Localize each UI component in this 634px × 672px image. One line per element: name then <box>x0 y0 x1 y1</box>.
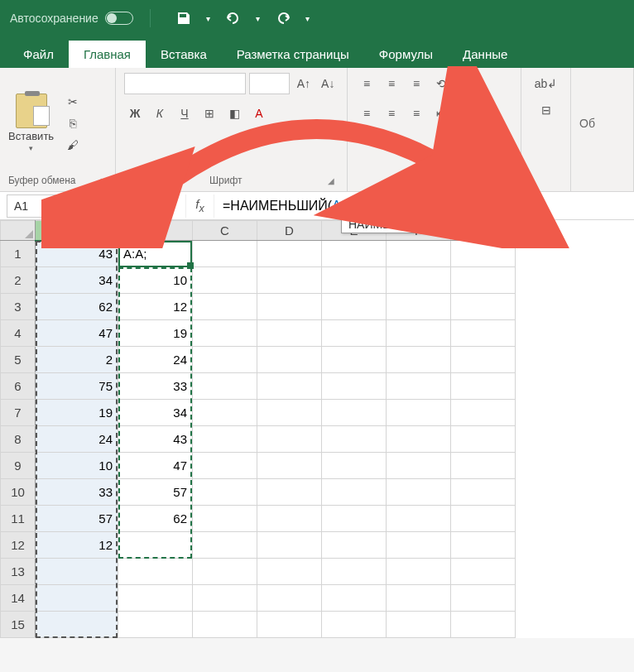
cell[interactable] <box>193 585 257 612</box>
tab-formulas[interactable]: Формулы <box>364 41 448 68</box>
cell[interactable] <box>118 612 193 638</box>
cell[interactable] <box>451 532 516 559</box>
cell[interactable] <box>387 506 451 532</box>
row-header[interactable]: 14 <box>1 585 36 612</box>
paste-button[interactable]: Вставить ▾ <box>8 94 54 152</box>
cell[interactable] <box>257 479 322 506</box>
cell[interactable] <box>451 612 516 638</box>
cell[interactable] <box>387 267 451 294</box>
cell[interactable]: 2 <box>36 347 118 373</box>
cell[interactable] <box>322 400 387 426</box>
cell[interactable]: 57 <box>36 506 118 532</box>
cell[interactable]: 24 <box>36 426 118 453</box>
cell[interactable] <box>257 453 322 479</box>
cell[interactable] <box>451 479 516 506</box>
border-button[interactable]: ⊞ <box>199 103 220 124</box>
wrap-text-button[interactable]: ab↲ <box>530 73 563 94</box>
cell[interactable] <box>193 241 257 267</box>
copy-button[interactable]: ⎘ <box>64 114 82 132</box>
row-header[interactable]: 8 <box>1 426 36 453</box>
cell[interactable] <box>322 373 387 400</box>
cell[interactable] <box>36 559 118 585</box>
row-header[interactable]: 15 <box>1 612 36 638</box>
dropdown-icon[interactable]: ▾ <box>250 10 267 26</box>
cell[interactable]: 43 <box>118 426 193 453</box>
decrease-font-icon[interactable]: A↓ <box>318 73 339 94</box>
cell[interactable] <box>257 294 322 320</box>
cell[interactable] <box>257 532 322 559</box>
cell[interactable]: 24 <box>118 347 193 373</box>
cell[interactable] <box>387 453 451 479</box>
cell[interactable] <box>322 532 387 559</box>
column-header-d[interactable]: D <box>257 221 322 241</box>
tab-file[interactable]: Файл <box>8 41 69 68</box>
chevron-down-icon[interactable]: ▾ <box>111 201 115 210</box>
cell[interactable] <box>387 532 451 559</box>
cell[interactable] <box>257 559 322 585</box>
cell[interactable] <box>387 294 451 320</box>
cell[interactable]: 12 <box>118 294 193 320</box>
cell[interactable] <box>322 479 387 506</box>
undo-icon[interactable] <box>225 10 242 26</box>
cell[interactable]: 34 <box>36 267 118 294</box>
cell[interactable]: 33 <box>118 373 193 400</box>
cell[interactable]: 10 <box>36 453 118 479</box>
cell[interactable] <box>387 479 451 506</box>
toggle-switch-icon[interactable] <box>105 12 133 25</box>
cell[interactable] <box>322 585 387 612</box>
cell[interactable] <box>387 559 451 585</box>
fx-icon[interactable]: fx <box>186 194 214 218</box>
cell[interactable]: 34 <box>118 400 193 426</box>
dropdown-icon[interactable]: ▾ <box>300 10 316 26</box>
cell[interactable] <box>322 320 387 347</box>
cell[interactable] <box>193 532 257 559</box>
column-header-a[interactable]: A <box>36 221 118 241</box>
row-header[interactable]: 10 <box>1 479 36 506</box>
cell[interactable]: 62 <box>118 506 193 532</box>
cell[interactable] <box>257 267 322 294</box>
cell[interactable] <box>322 506 387 532</box>
cell[interactable] <box>193 479 257 506</box>
cell[interactable] <box>451 585 516 612</box>
tab-page-layout[interactable]: Разметка страницы <box>222 41 364 68</box>
cell[interactable] <box>193 506 257 532</box>
cell[interactable] <box>193 559 257 585</box>
cell[interactable] <box>451 426 516 453</box>
cell[interactable]: 12 <box>36 532 118 559</box>
cell[interactable] <box>118 559 193 585</box>
name-box[interactable]: A1 ▾ <box>7 194 122 218</box>
decrease-indent-icon[interactable]: ⇤ <box>430 103 452 124</box>
row-header[interactable]: 11 <box>1 506 36 532</box>
cell[interactable] <box>451 267 516 294</box>
cell[interactable]: 33 <box>36 479 118 506</box>
cell[interactable]: 47 <box>36 320 118 347</box>
cell[interactable] <box>387 373 451 400</box>
row-header[interactable]: 13 <box>1 559 36 585</box>
cell[interactable] <box>36 585 118 612</box>
cell[interactable] <box>257 400 322 426</box>
row-header[interactable]: 12 <box>1 532 36 559</box>
row-header[interactable]: 9 <box>1 453 36 479</box>
cell[interactable] <box>451 373 516 400</box>
column-header-c[interactable]: C <box>193 221 257 241</box>
cell[interactable] <box>118 532 193 559</box>
cut-button[interactable]: ✂ <box>64 93 82 111</box>
cell[interactable] <box>193 453 257 479</box>
cell[interactable] <box>322 267 387 294</box>
cell[interactable] <box>387 585 451 612</box>
row-header[interactable]: 4 <box>1 320 36 347</box>
cell[interactable]: 47 <box>118 453 193 479</box>
cell[interactable] <box>322 241 387 267</box>
row-header[interactable]: 7 <box>1 400 36 426</box>
row-header[interactable]: 3 <box>1 294 36 320</box>
cell[interactable] <box>36 612 118 638</box>
cell[interactable]: 19 <box>36 400 118 426</box>
merge-center-button[interactable]: ⊟ <box>530 99 563 121</box>
font-color-button[interactable]: A <box>248 103 270 124</box>
cell[interactable]: 62 <box>36 294 118 320</box>
cell[interactable] <box>387 347 451 373</box>
cell[interactable] <box>451 241 516 267</box>
align-middle-icon[interactable]: ≡ <box>381 73 402 94</box>
cell[interactable] <box>451 506 516 532</box>
cell[interactable] <box>451 320 516 347</box>
